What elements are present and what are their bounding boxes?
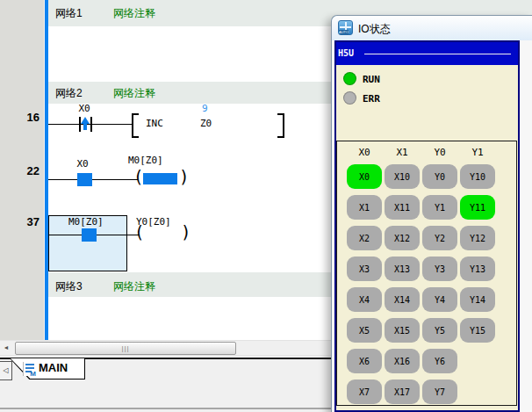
io-button-x6[interactable]: X6 [347,349,382,373]
horizontal-scrollbar[interactable]: ◄ ||| [0,340,331,356]
instruction-mnemonic[interactable]: INC [146,118,163,129]
coil-paren-close: ) [181,224,191,241]
io-button-y15[interactable]: Y15 [460,318,495,343]
network-2-label: 网络2 [55,86,83,101]
err-indicator-label: ERR [363,93,380,105]
rising-edge-arrow-icon[interactable] [81,117,90,124]
contact-label[interactable]: M0[Z0] [68,216,104,228]
ladder-wire [48,179,138,180]
network-3-label: 网络3 [55,279,83,294]
io-button-x7[interactable]: X7 [347,379,382,404]
contact-label[interactable]: X0 [75,103,94,114]
scrollbar-thumb[interactable]: ||| [15,342,236,355]
io-button-x13[interactable]: X13 [385,257,420,281]
instruction-operand[interactable]: Z0 [200,118,212,129]
tab-main-label[interactable]: MAIN [39,361,68,374]
io-button-x12[interactable]: X12 [385,226,420,250]
network-3-comment[interactable]: 网络注释 [113,279,155,294]
scrollbar-grip-icon: ||| [121,344,129,352]
power-rail [45,0,48,340]
status-strip [0,408,331,409]
coil-label[interactable]: M0[Z0] [128,155,163,166]
io-button-y13[interactable]: Y13 [460,257,495,281]
io-button-x1[interactable]: X1 [347,195,382,220]
contact-bar-right [90,117,92,132]
network-1-comment[interactable]: 网络注释 [113,6,155,21]
io-button-grid: X0 X1 Y0 Y1 X0X10Y0Y10X1X11Y1Y11X2X12Y2Y… [336,141,517,406]
err-indicator-light [343,91,356,105]
coil-energized[interactable] [143,173,177,184]
column-header-x1: X1 [385,147,420,158]
coil-paren-open: ( [133,169,143,185]
auto-icon-text: AUTO [339,30,349,34]
contact-label[interactable]: X0 [73,158,92,170]
contact-energized[interactable] [82,228,97,242]
line-number-gutter: 16 22 37 [0,0,45,340]
io-button-y10[interactable]: Y10 [460,164,495,189]
contact-energized[interactable] [77,173,92,186]
column-header-y1: Y1 [460,147,495,158]
device-groupbox: H5U RUN ERR X0 X1 Y0 Y1 X0X10Y0Y10 [334,40,520,412]
run-indicator-light [343,72,356,85]
io-button-x17[interactable]: X17 [385,379,420,404]
io-button-y3[interactable]: Y3 [422,257,457,281]
io-button-y12[interactable]: Y12 [460,226,495,250]
io-button-x14[interactable]: X14 [385,287,420,312]
dialog-titlebar[interactable]: AUTO IO状态 [332,16,532,41]
io-button-y2[interactable]: Y2 [422,226,457,250]
io-status-dialog[interactable]: AUTO IO状态 H5U RUN ERR X0 [331,15,532,412]
instruction-open-bracket [132,113,139,138]
io-button-y14[interactable]: Y14 [460,287,495,312]
rising-edge-stem [83,124,87,130]
io-button-y7[interactable]: Y7 [422,379,457,404]
column-header-y0: Y0 [422,147,457,158]
device-header-band: H5U [336,42,518,65]
io-button-x2[interactable]: X2 [347,226,382,250]
run-indicator-label: RUN [363,74,380,85]
io-button-x10[interactable]: X10 [385,164,420,189]
io-button-y0[interactable]: Y0 [422,164,457,189]
network-2-comment[interactable]: 网络注释 [113,86,155,101]
io-button-x15[interactable]: X15 [385,318,420,343]
io-button-x3[interactable]: X3 [347,257,382,281]
io-button-y5[interactable]: Y5 [422,318,457,343]
plc-ide-screen: 网络1 网络注释 网络2 网络注释 网络3 网络注释 X0 INC 9 Z0 [0,0,532,412]
device-header-rule [364,54,511,54]
instruction-close-bracket [277,113,284,138]
io-button-x11[interactable]: X11 [385,195,420,220]
io-button-y11[interactable]: Y11 [460,195,495,220]
dialog-title: IO状态 [358,22,391,37]
operand-current-value: 9 [202,103,208,114]
device-label: H5U [338,48,354,58]
io-button-y6[interactable]: Y6 [422,349,457,373]
step-number-22: 22 [4,164,40,177]
io-auto-icon: AUTO [338,20,353,35]
io-button-x5[interactable]: X5 [347,318,382,343]
main-icon-letter: M [30,370,36,378]
column-header-x0: X0 [347,147,382,158]
io-button-x16[interactable]: X16 [385,349,420,373]
step-number-16: 16 [4,111,40,124]
io-button-y4[interactable]: Y4 [422,287,457,312]
io-button-x4[interactable]: X4 [347,287,382,312]
main-program-icon: M [23,362,36,376]
io-button-x0[interactable]: X0 [347,164,382,189]
step-number-37: 37 [4,215,40,228]
dialog-client-area: H5U RUN ERR X0 X1 Y0 Y1 X0X10Y0Y10 [332,40,532,412]
coil-paren-close: ) [179,169,189,185]
tab-scroll-left-button[interactable]: ◁ [0,361,12,380]
scroll-left-arrow-icon[interactable]: ◄ [0,341,12,355]
coil-paren-open: ( [134,224,144,241]
io-button-y1[interactable]: Y1 [422,195,457,220]
network-1-label: 网络1 [55,6,83,21]
